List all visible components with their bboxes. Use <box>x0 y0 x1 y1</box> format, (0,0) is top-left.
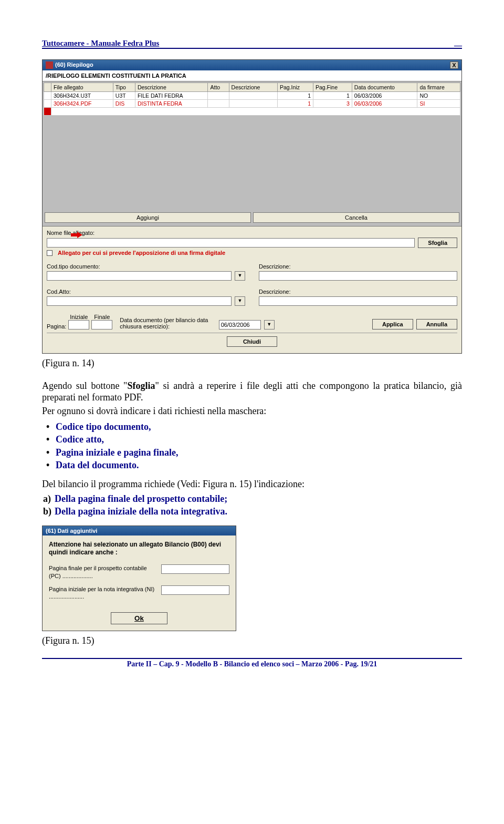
annulla-button[interactable]: Annulla <box>416 319 457 329</box>
list-item: Codice tipo documento, <box>44 420 462 433</box>
list-item: b)Della pagina iniziale della nota integ… <box>55 505 462 518</box>
list-item: Data del documento. <box>44 459 462 471</box>
dati-aggiuntivi-dialog: (61) Dati aggiuntivi Attenzione hai sele… <box>42 526 236 632</box>
attachments-table: File allegato Tipo Descrizione Atto Desc… <box>44 83 460 116</box>
descrizione2-label: Descrizione: <box>259 289 457 295</box>
data-doc-label: Data documento (per bilancio data chiusu… <box>120 317 209 329</box>
data-doc-input[interactable] <box>219 320 261 329</box>
chevron-down-icon[interactable]: ▼ <box>235 296 245 306</box>
red-arrow-icon <box>71 232 82 238</box>
pagina-iniziale-ni-input[interactable] <box>161 585 229 595</box>
close-icon[interactable]: X <box>450 61 458 69</box>
header-left: Tuttocamere - Manuale Fedra Plus <box>42 39 159 48</box>
figure-caption: (Figura n. 14) <box>42 358 462 369</box>
body-text: Del bilancio il programma richiede (Vedi… <box>42 479 462 490</box>
ordered-list: a)Della pagina finale del prospetto cont… <box>42 492 462 518</box>
nome-file-input[interactable] <box>47 238 415 248</box>
body-text: Per ognuno si dovrà indicare i dati rich… <box>42 406 462 417</box>
dialog-message: Attenzione hai selezionato un allegato B… <box>49 541 229 557</box>
finale-label: Finale <box>91 314 112 320</box>
cod-atto-input[interactable] <box>47 296 232 306</box>
page-header: Tuttocamere - Manuale Fedra Plus __ <box>42 37 462 49</box>
nome-file-label: Nome file allegato: <box>47 230 457 236</box>
descrizione-input[interactable] <box>259 271 457 281</box>
window-title: (60) Riepilogo <box>55 61 93 68</box>
pagina-finale-input[interactable] <box>91 320 112 329</box>
pagina-finale-pc-input[interactable] <box>161 564 229 574</box>
list-item: Pagina iniziale e pagina finale, <box>44 446 462 459</box>
list-item: a)Della pagina finale del prospetto cont… <box>55 492 462 505</box>
cod-atto-label: Cod.Atto: <box>47 289 245 295</box>
firma-digitale-label: Allegato per cui si prevede l'apposizion… <box>58 250 225 256</box>
header-link[interactable]: __ <box>454 38 462 47</box>
bullet-list: Codice tipo documento, Codice atto, Pagi… <box>42 420 462 471</box>
table-header-row: File allegato Tipo Descrizione Atto Desc… <box>44 83 460 92</box>
table-empty-area <box>44 116 460 210</box>
cod-tipo-input[interactable] <box>47 271 232 281</box>
window-titlebar: (60) Riepilogo X <box>43 60 461 70</box>
form-area: Nome file allegato: Sfoglia Allegato per… <box>43 226 461 353</box>
cancella-button[interactable]: Cancella <box>253 212 459 223</box>
dialog-title: (61) Dati aggiuntivi <box>43 526 236 535</box>
body-text: Agendo sul bottone "Sfoglia" si andrà a … <box>42 380 462 404</box>
figure-caption: (Figura n. 15) <box>42 635 462 646</box>
chiudi-button[interactable]: Chiudi <box>227 336 277 347</box>
cod-tipo-label: Cod.tipo documento: <box>47 263 245 270</box>
chevron-down-icon[interactable]: ▼ <box>264 320 275 329</box>
pagina-iniziale-ni-label: Pagina iniziale per la nota integrativa … <box>49 585 158 601</box>
ok-button[interactable]: Ok <box>111 612 167 624</box>
page-footer: Parte II – Cap. 9 - Modello B - Bilancio… <box>42 660 462 668</box>
chevron-down-icon[interactable]: ▼ <box>235 271 245 281</box>
aggiungi-button[interactable]: Aggiungi <box>45 212 251 223</box>
footer-divider <box>42 658 462 659</box>
pagina-finale-pc-label: Pagina finale per il prospetto contabile… <box>49 564 158 580</box>
riepilogo-window: (60) Riepilogo X /RIEPILOGO ELEMENTI COS… <box>42 59 462 354</box>
table-row[interactable]: 306H3424.PDF DIS DISTINTA FEDRA 1 3 06/0… <box>44 100 460 108</box>
pagina-label: Pagina: <box>47 323 66 329</box>
iniziale-label: Iniziale <box>68 314 89 320</box>
app-icon <box>46 61 53 69</box>
applica-button[interactable]: Applica <box>372 319 413 329</box>
list-item: Codice atto, <box>44 433 462 446</box>
descrizione-label: Descrizione: <box>259 263 457 270</box>
sfoglia-button[interactable]: Sfoglia <box>418 238 457 248</box>
firma-digitale-checkbox[interactable] <box>47 250 52 256</box>
sub-header: /RIEPILOGO ELEMENTI COSTITUENTI LA PRATI… <box>43 70 461 81</box>
descrizione2-input[interactable] <box>259 296 457 306</box>
table-row[interactable]: 306H3424.U3T U3T FILE DATI FEDRA 1 1 06/… <box>44 92 460 100</box>
table-row[interactable] <box>44 108 460 116</box>
pagina-iniziale-input[interactable] <box>68 320 89 329</box>
